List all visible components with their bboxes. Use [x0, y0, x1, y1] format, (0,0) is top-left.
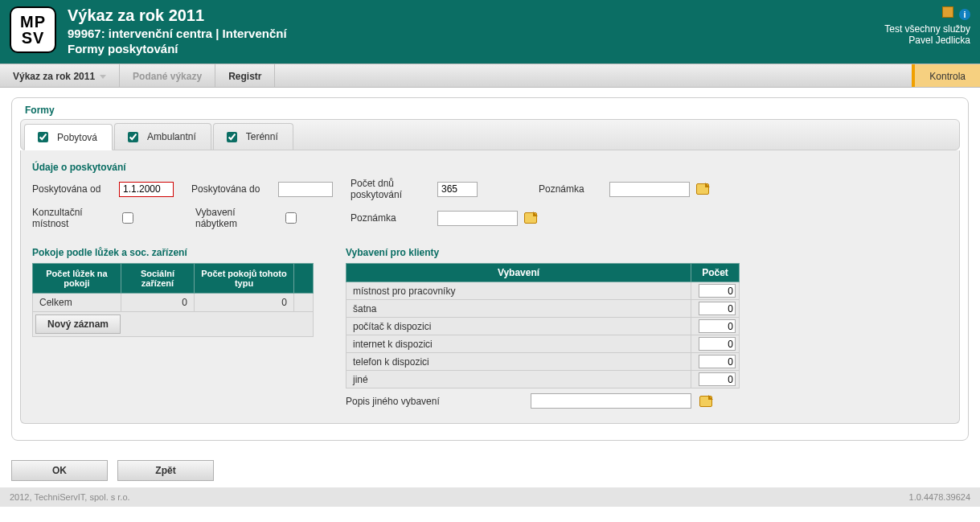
menu-podane[interactable]: Podané výkazy: [120, 64, 215, 87]
vyb-row-input[interactable]: [699, 302, 736, 315]
vyb-row-input[interactable]: [699, 372, 736, 386]
note-edit-icon-2[interactable]: [524, 212, 537, 224]
tab-pobytova-check[interactable]: [38, 132, 48, 142]
od-label: Poskytována od: [32, 183, 113, 195]
user-org: Test všechny služby: [884, 23, 970, 35]
menu-registr[interactable]: Registr: [215, 64, 275, 87]
note-edit-icon[interactable]: [696, 183, 709, 195]
do-input[interactable]: [278, 182, 333, 197]
logo-text-bottom: SV: [22, 30, 45, 46]
tab-pobytova-label: Pobytová: [57, 132, 97, 143]
vyb-row-input[interactable]: [699, 284, 736, 298]
vyb-row-input[interactable]: [699, 355, 736, 368]
logo: MP SV: [10, 6, 56, 53]
vyb-row-input[interactable]: [699, 337, 736, 351]
popis-input[interactable]: [531, 393, 691, 409]
header-text: Výkaz za rok 2011 99967: intervenční cen…: [68, 6, 884, 55]
tabstrip: Pobytová Ambulantní Terénní: [20, 119, 960, 150]
table-row: telefon k dispozici: [346, 353, 740, 371]
tab-terenni-check[interactable]: [227, 132, 237, 142]
menu-kontrola[interactable]: Kontrola: [912, 64, 980, 87]
pokoje-button-row: Nový záznam: [32, 312, 314, 337]
dnu-input[interactable]: [437, 182, 478, 197]
table-row: internet k dispozici: [346, 335, 740, 353]
info-icon[interactable]: i: [959, 9, 970, 20]
popis-label: Popis jiného vybavení: [346, 396, 523, 407]
footer-right: 1.0.4478.39624: [909, 492, 970, 502]
tab-terenni-label: Terénní: [246, 131, 278, 142]
tab-ambulantni-check[interactable]: [128, 132, 138, 142]
od-input[interactable]: [119, 182, 174, 197]
back-button[interactable]: Zpět: [117, 460, 214, 481]
tab-ambulantni-label: Ambulantní: [147, 131, 196, 142]
note-edit-icon-3[interactable]: [699, 396, 712, 407]
tab-pobytova[interactable]: Pobytová: [24, 124, 113, 150]
new-record-button[interactable]: Nový záznam: [35, 314, 121, 334]
pokoje-h2: Sociální zařízení: [121, 264, 194, 294]
pokoje-title: Pokoje podle lůžek a soc. zařízení: [32, 247, 314, 258]
celkem-v1: 0: [121, 294, 194, 312]
pozn-label: Poznámka: [539, 183, 603, 195]
page-subtitle2: Formy poskytování: [68, 42, 884, 55]
vyb-h1: Vybavení: [346, 264, 691, 282]
vybaveni-label: Vybavení nábytkem: [195, 207, 276, 229]
vyb-row-label: počítač k dispozici: [346, 318, 691, 335]
vybaveni-section: Vybavení pro klienty Vybavení Počet míst…: [346, 244, 740, 409]
logo-text-top: MP: [20, 14, 46, 30]
vybaveni-title: Vybavení pro klienty: [346, 247, 740, 258]
celkem-label: Celkem: [33, 294, 121, 312]
pokoje-h3: Počet pokojů tohoto typu: [195, 264, 294, 294]
table-row: místnost pro pracovníky: [346, 282, 740, 300]
pokoje-row-celkem: Celkem 0 0: [33, 294, 314, 312]
celkem-v2: 0: [195, 294, 294, 312]
user-name: Pavel Jedlicka: [884, 35, 970, 46]
vybaveni-check[interactable]: [285, 212, 297, 224]
vyb-row-input[interactable]: [699, 319, 736, 333]
tab-body: Údaje o poskytování Poskytována od Posky…: [20, 150, 960, 424]
vyb-row-label: šatna: [346, 300, 691, 318]
pokoje-h1: Počet lůžek na pokoji: [33, 264, 121, 294]
pokoje-h4: [294, 264, 314, 294]
konzult-check[interactable]: [122, 212, 133, 224]
page-title: Výkaz za rok 2011: [68, 6, 884, 25]
pokoje-table: Počet lůžek na pokoji Sociální zařízení …: [32, 263, 314, 312]
note-icon[interactable]: [942, 6, 953, 18]
panel-title: Formy: [25, 105, 960, 116]
vybaveni-table: Vybavení Počet místnost pro pracovníky š…: [346, 263, 740, 388]
tab-terenni[interactable]: Terénní: [213, 123, 293, 150]
footer-left: 2012, TechniServIT, spol. s r.o.: [10, 492, 130, 502]
pokoje-section: Pokoje podle lůžek a soc. zařízení Počet…: [32, 244, 314, 337]
dnu-label: Počet dnů poskytování: [351, 178, 431, 200]
bottom-buttons: OK Zpět: [0, 449, 980, 487]
pozn2-input[interactable]: [437, 211, 518, 226]
footer: 2012, TechniServIT, spol. s r.o. 1.0.447…: [0, 487, 980, 507]
do-label: Poskytována do: [191, 183, 272, 195]
header-right: i Test všechny služby Pavel Jedlicka: [884, 6, 970, 55]
vyb-row-label: jiné: [346, 371, 691, 388]
pozn2-label: Poznámka: [351, 212, 431, 224]
tab-ambulantni[interactable]: Ambulantní: [114, 123, 211, 150]
table-row: jiné: [346, 371, 740, 388]
vyb-h2: Počet: [691, 264, 740, 282]
konzult-label: Konzultační místnost: [32, 207, 113, 229]
table-row: šatna: [346, 300, 740, 318]
header: MP SV Výkaz za rok 2011 99967: intervenč…: [0, 0, 980, 64]
vyb-row-label: internet k dispozici: [346, 335, 691, 353]
vyb-row-label: telefon k dispozici: [346, 353, 691, 371]
page-subtitle: 99967: intervenční centra | Intervenční: [68, 27, 884, 40]
table-row: počítač k dispozici: [346, 318, 740, 335]
ok-button[interactable]: OK: [11, 460, 108, 481]
pozn-input[interactable]: [609, 182, 690, 197]
group-udaje-title: Údaje o poskytování: [32, 162, 948, 173]
vyb-row-label: místnost pro pracovníky: [346, 282, 691, 300]
menubar: Výkaz za rok 2011 Podané výkazy Registr …: [0, 64, 980, 88]
menu-vykaz[interactable]: Výkaz za rok 2011: [0, 64, 120, 87]
panel-formy: Formy Pobytová Ambulantní Terénní Údaje …: [11, 97, 969, 441]
